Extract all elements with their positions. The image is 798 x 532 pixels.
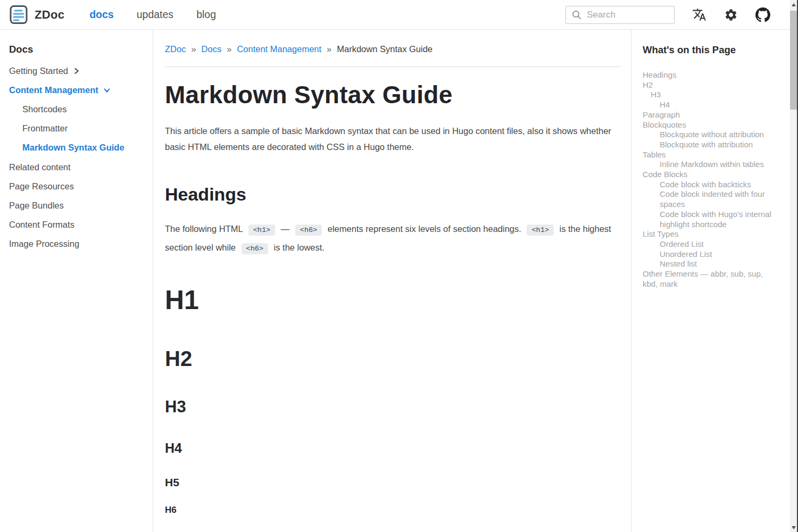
breadcrumb-separator: » [327, 44, 331, 54]
demo-heading-h6: H6 [165, 505, 621, 516]
nav-item-blog[interactable]: blog [196, 9, 216, 21]
sidebar-item-label: Content Formats [9, 220, 74, 230]
sidebar-item-content-management[interactable]: Content Management [9, 80, 145, 99]
breadcrumb-item-zdoc[interactable]: ZDoc [165, 44, 186, 54]
toc-item-ordered-list[interactable]: Ordered List [643, 239, 780, 250]
page-title: Markdown Syntax Guide [165, 80, 621, 109]
toc-item-blockquote-with-attribution[interactable]: Blockquote with attribution [643, 140, 780, 150]
demo-heading-h5: H5 [165, 476, 621, 489]
search-box [566, 6, 675, 24]
toc-item-headings[interactable]: Headings [643, 70, 780, 80]
search-icon [572, 10, 581, 20]
breadcrumb-item-docs[interactable]: Docs [202, 44, 222, 54]
nav-item-docs[interactable]: docs [89, 9, 114, 21]
breadcrumb-item-markdown-syntax-guide: Markdown Syntax Guide [337, 44, 433, 54]
breadcrumb-divider [165, 66, 621, 67]
toc-item-blockquote-without-attribution[interactable]: Blockquote without attribution [643, 130, 780, 140]
breadcrumb-separator: » [227, 44, 231, 54]
scrollbar-thumb[interactable] [790, 11, 797, 110]
demo-heading-h1: H1 [165, 285, 621, 316]
inline-code-chip: <h1> [248, 225, 275, 236]
sidebar-item-content-formats[interactable]: Content Formats [9, 215, 145, 235]
sidebar-item-label: Image Processing [9, 239, 79, 249]
article-intro: This article offers a sample of basic Ma… [165, 123, 618, 155]
sidebar-title: Docs [9, 44, 145, 55]
toc-title: What's on this Page [643, 44, 780, 56]
inline-code-chip: <h6> [295, 225, 322, 236]
toc-list: HeadingsH2H3H4ParagraphBlockquotesBlockq… [643, 70, 780, 289]
scroll-up-arrow-icon[interactable] [790, 0, 797, 9]
brand-title[interactable]: ZDoc [35, 8, 64, 22]
translate-icon[interactable] [692, 7, 706, 22]
toc-item-inline-markdown-within-tables[interactable]: Inline Markdown within tables [643, 160, 780, 170]
breadcrumb-item-content-management[interactable]: Content Management [237, 44, 321, 54]
sidebar-item-page-bundles[interactable]: Page Bundles [9, 196, 145, 215]
sidebar-nav-list: Getting StartedContent ManagementShortco… [9, 61, 145, 254]
headings-section-body: The following HTML <h1> — <h6> elements … [165, 220, 621, 257]
demo-heading-h3: H3 [165, 397, 621, 417]
toc-item-code-block-with-backticks[interactable]: Code block with backticks [643, 180, 780, 190]
breadcrumb: ZDoc»Docs»Content Management»Markdown Sy… [165, 44, 621, 54]
sidebar-item-label: Shortcodes [22, 104, 66, 114]
sidebar-item-label: Page Bundles [9, 201, 64, 211]
article-content: ZDoc»Docs»Content Management»Markdown Sy… [153, 30, 631, 532]
toc-item-unordered-list[interactable]: Unordered List [643, 250, 780, 260]
sidebar-item-label: Page Resources [9, 181, 74, 192]
toc-item-blockquotes[interactable]: Blockquotes [643, 120, 780, 130]
toc-item-paragraph[interactable]: Paragraph [643, 110, 780, 120]
demo-heading-h4: H4 [165, 440, 621, 456]
settings-gear-icon[interactable] [724, 8, 738, 22]
sidebar-item-frontmatter[interactable]: Frontmatter [9, 119, 145, 138]
github-icon[interactable] [755, 7, 770, 22]
docs-sidebar: Docs Getting StartedContent ManagementSh… [0, 30, 153, 532]
section-title-headings: Headings [165, 184, 621, 205]
scroll-down-arrow-icon[interactable] [790, 523, 797, 532]
page-toc: What's on this Page HeadingsH2H3H4Paragr… [631, 30, 798, 532]
sidebar-item-page-resources[interactable]: Page Resources [9, 177, 145, 196]
sidebar-item-related-content[interactable]: Related content [9, 157, 145, 177]
search-input[interactable] [587, 10, 670, 20]
sidebar-item-label: Frontmatter [22, 123, 68, 134]
toc-item-code-blocks[interactable]: Code Blocks [643, 170, 780, 180]
inline-code-chip: <h6> [242, 243, 268, 254]
primary-nav: docsupdatesblog [89, 9, 216, 21]
sidebar-item-label: Markdown Syntax Guide [22, 143, 124, 153]
toc-item-nested-list[interactable]: Nested list [643, 259, 780, 269]
sidebar-item-label: Getting Started [9, 66, 68, 76]
top-navbar: ZDoc docsupdatesblog [0, 0, 798, 30]
sidebar-item-image-processing[interactable]: Image Processing [9, 235, 145, 254]
nav-item-updates[interactable]: updates [137, 9, 173, 21]
sidebar-item-label: Content Management [9, 85, 98, 95]
inline-code-chip: <h1> [527, 225, 553, 236]
toc-item-h4[interactable]: H4 [643, 100, 780, 110]
toc-item-h3[interactable]: H3 [643, 90, 780, 100]
toc-item-h2[interactable]: H2 [643, 80, 780, 90]
chevron-down-icon [103, 87, 111, 94]
breadcrumb-separator: » [191, 44, 196, 54]
toc-item-other-elements-abbr-sub-sup-kbd-mark[interactable]: Other Elements — abbr, sub, sup, kbd, ma… [643, 269, 780, 289]
sidebar-item-getting-started[interactable]: Getting Started [9, 61, 145, 80]
sidebar-item-label: Related content [9, 162, 71, 172]
zdoc-logo-icon[interactable] [10, 5, 28, 24]
toc-item-tables[interactable]: Tables [643, 150, 780, 160]
toc-item-code-block-with-hugo-s-internal-highligh[interactable]: Code block with Hugo’s internal highligh… [643, 210, 780, 229]
toc-item-list-types[interactable]: List Types [643, 229, 780, 239]
window-scrollbar[interactable] [790, 0, 798, 532]
demo-heading-h2: H2 [165, 346, 621, 371]
demo-headings-area: H1H2H3H4H5H6 [165, 285, 621, 516]
sidebar-item-shortcodes[interactable]: Shortcodes [9, 99, 145, 119]
chevron-right-icon [73, 68, 80, 74]
sidebar-item-markdown-syntax-guide[interactable]: Markdown Syntax Guide [9, 138, 145, 157]
toc-item-code-block-indented-with-four-spaces[interactable]: Code block indented with four spaces [643, 189, 780, 209]
